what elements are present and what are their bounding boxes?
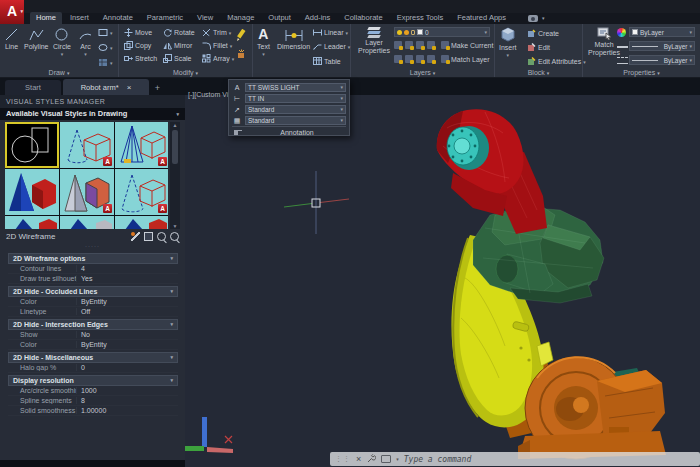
- make-current-button[interactable]: Make Current: [441, 41, 493, 49]
- match-properties-button[interactable]: Match Properties: [587, 27, 621, 56]
- tab-insert[interactable]: Insert: [64, 12, 95, 24]
- move-button[interactable]: Move: [124, 28, 152, 37]
- tab-add-ins[interactable]: Add-ins: [299, 12, 336, 24]
- dimension-button[interactable]: Dimension: [277, 29, 310, 50]
- tab-collaborate[interactable]: Collaborate: [338, 12, 388, 24]
- ellipse-button[interactable]: ▾: [98, 43, 113, 52]
- polyline-button[interactable]: Polyline: [24, 27, 49, 50]
- delete-visual-style-icon[interactable]: [170, 232, 179, 241]
- palette-drag-handle[interactable]: ·····: [0, 243, 185, 249]
- text-button[interactable]: A Text ▾: [257, 27, 270, 57]
- insert-button[interactable]: Insert ▾: [499, 27, 517, 58]
- close-icon[interactable]: ×: [356, 454, 361, 464]
- tab-featured-apps[interactable]: Featured Apps: [451, 12, 512, 24]
- layer-tool-icon[interactable]: [405, 41, 413, 49]
- lineweight-dropdown[interactable]: ByLayer ▾: [629, 41, 695, 51]
- layer-tool-icon[interactable]: [394, 55, 402, 63]
- object-color-dropdown[interactable]: ByLayer ▾: [629, 27, 695, 37]
- layer-properties-button[interactable]: Layer Properties: [357, 27, 391, 54]
- linetype-icon[interactable]: [617, 57, 628, 64]
- linetype-dropdown[interactable]: ByLayer ▾: [629, 55, 695, 65]
- text-style-dropdown[interactable]: TT SWISS LIGHT ▾: [245, 83, 346, 92]
- table-button[interactable]: Table: [313, 57, 341, 65]
- thumbnail-hidden-style[interactable]: A: [115, 122, 168, 168]
- dimension-style-dropdown[interactable]: TT IN ▾: [245, 94, 346, 103]
- layer-tool-icon[interactable]: [405, 55, 413, 63]
- layer-tool-icon[interactable]: [416, 55, 424, 63]
- camera-icon[interactable]: [528, 15, 538, 22]
- tab-output[interactable]: Output: [262, 12, 297, 24]
- match-layer-button[interactable]: Match Layer: [441, 55, 490, 63]
- edit-block-button[interactable]: Edit: [527, 43, 550, 52]
- thumbnail-sketchy-style[interactable]: A: [115, 169, 168, 215]
- section-occluded-lines[interactable]: 2D Hide - Occluded Lines▾: [8, 286, 178, 297]
- command-line[interactable]: ⋮⋮ × ▾: [330, 452, 700, 466]
- layer-tool-icon[interactable]: [427, 41, 435, 49]
- file-tab-robot-arm[interactable]: Robot arm* ×: [63, 79, 149, 95]
- thumbnail-partial[interactable]: [5, 216, 59, 229]
- tab-annotate[interactable]: Annotate: [97, 12, 139, 24]
- tab-express-tools[interactable]: Express Tools: [391, 12, 450, 24]
- panel-label-modify[interactable]: Modify ▾: [119, 69, 252, 76]
- thumbnail-partial[interactable]: [60, 216, 114, 229]
- multileader-style-dropdown[interactable]: Standard ▾: [245, 105, 346, 114]
- command-caret-icon[interactable]: ▾: [396, 456, 399, 462]
- tab-view[interactable]: View: [191, 12, 219, 24]
- layer-tool-icon[interactable]: [427, 55, 435, 63]
- section-display-resolution[interactable]: Display resolution▾: [8, 375, 178, 386]
- scale-button[interactable]: Scale: [163, 54, 192, 63]
- viewport-controls[interactable]: [-][Custom Vie: [188, 91, 232, 98]
- mirror-button[interactable]: Mirror: [163, 41, 192, 50]
- array-button[interactable]: Array ▾: [202, 54, 234, 63]
- export-visual-style-icon[interactable]: [157, 232, 166, 241]
- thumbnail-wireframe-style[interactable]: A: [60, 122, 114, 168]
- line-button[interactable]: Line: [4, 27, 19, 50]
- rotate-button[interactable]: Rotate: [163, 28, 195, 37]
- panel-label-draw[interactable]: Draw ▾: [0, 69, 118, 76]
- erase-button[interactable]: [236, 29, 247, 42]
- linear-button[interactable]: Linear ▾: [313, 29, 348, 36]
- section-intersection-edges[interactable]: 2D Hide - Intersection Edges▾: [8, 319, 178, 330]
- tab-home[interactable]: Home: [30, 12, 62, 24]
- thumbnail-partial[interactable]: [115, 216, 168, 229]
- leader-button[interactable]: Leader ▾: [313, 43, 350, 50]
- palette-section-header[interactable]: Available Visual Styles in Drawing ▾: [0, 108, 185, 120]
- hatch-button[interactable]: ▾: [98, 58, 113, 67]
- command-input[interactable]: [404, 455, 695, 464]
- thumbnail-scrollbar[interactable]: ▲ ▼: [170, 122, 180, 229]
- table-style-dropdown[interactable]: Standard ▾: [245, 116, 346, 125]
- fillet-button[interactable]: Fillet ▾: [202, 41, 232, 50]
- thumbnail-shaded-style[interactable]: A: [60, 169, 114, 215]
- copy-button[interactable]: Copy: [124, 41, 151, 50]
- close-tab-icon[interactable]: ×: [127, 83, 132, 92]
- command-drag-handle[interactable]: ⋮⋮: [335, 455, 351, 463]
- section-miscellaneous[interactable]: 2D Hide - Miscellaneous▾: [8, 352, 178, 363]
- app-logo[interactable]: A▾: [0, 0, 24, 24]
- layer-tool-icon[interactable]: [416, 41, 424, 49]
- panel-label-layers[interactable]: Layers ▾: [351, 69, 494, 76]
- explode-button[interactable]: [236, 49, 247, 60]
- customize-wrench-icon[interactable]: [366, 454, 376, 464]
- file-tab-start[interactable]: Start: [5, 80, 61, 95]
- layer-dropdown[interactable]: 0 ▾: [394, 27, 490, 37]
- tab-parametric[interactable]: Parametric: [141, 12, 189, 24]
- edit-attributes-button[interactable]: Edit Attributes ▾: [527, 57, 586, 66]
- circle-button[interactable]: Circle ▾: [53, 27, 71, 57]
- panel-label-block[interactable]: Block ▾: [495, 69, 582, 76]
- trim-button[interactable]: Trim ▾: [202, 28, 231, 37]
- scroll-down-icon[interactable]: ▼: [173, 223, 178, 229]
- pin-icon[interactable]: [234, 130, 242, 135]
- thumbnail-realistic-style[interactable]: [5, 169, 59, 215]
- apply-visual-style-icon[interactable]: [144, 232, 153, 241]
- arc-button[interactable]: Arc ▾: [78, 27, 93, 57]
- tab-extra-caret-icon[interactable]: ▾: [542, 15, 545, 21]
- scrollbar-thumb[interactable]: [172, 130, 178, 164]
- rectangle-button[interactable]: ▾: [98, 28, 113, 37]
- layer-tool-icon[interactable]: [394, 41, 402, 49]
- tab-manage[interactable]: Manage: [221, 12, 260, 24]
- new-drawing-tab-button[interactable]: +: [152, 82, 163, 93]
- section-2d-wireframe-options[interactable]: 2D Wireframe options▾: [8, 253, 178, 264]
- stretch-button[interactable]: Stretch: [124, 54, 157, 63]
- recent-commands-icon[interactable]: [381, 455, 391, 463]
- thumbnail-2d-wireframe[interactable]: [5, 122, 59, 168]
